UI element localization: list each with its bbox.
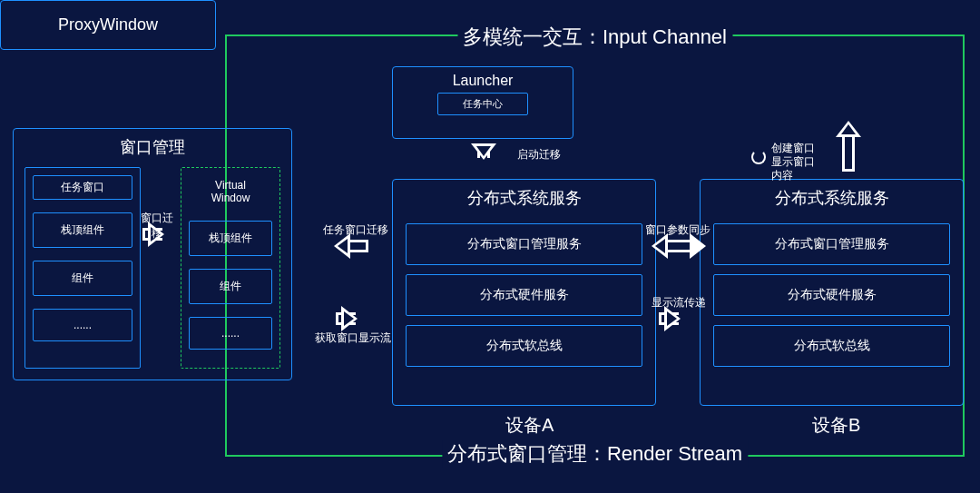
dss-a-row2: 分布式硬件服务 [406,274,642,316]
launcher-title: Launcher [393,67,573,91]
dss-a-title: 分布式系统服务 [393,180,655,214]
device-b-label: 设备B [812,413,860,438]
task-window-column: 任务窗口 栈顶组件 组件 ...... [24,167,141,369]
top-component: 栈顶组件 [33,212,132,248]
vw-top-component: 栈顶组件 [189,221,272,256]
window-param-sync-label: 窗口参数同步 [645,222,710,238]
launcher-panel: Launcher 任务中心 [392,66,573,139]
task-center-box: 任务中心 [437,93,528,115]
proxy-window-box: ProxyWindow [0,0,216,50]
dss-b-row2: 分布式硬件服务 [713,274,950,316]
render-stream-pass-arrow [659,312,679,325]
proxy-up-arrow [842,123,855,172]
task-window-migrate-label: 任务窗口迁移 [323,222,388,238]
virtual-window-column: Virtual Window 栈顶组件 组件 ...... [181,167,280,369]
dss-b-title: 分布式系统服务 [701,180,963,214]
get-render-stream-label: 获取窗口显示流 [314,330,391,346]
virtual-window-header: Virtual Window [189,175,272,208]
task-window-migrate-arrow [336,240,368,252]
window-migrate-label: 窗口迁移 [139,211,175,242]
dss-b-panel: 分布式系统服务 分布式窗口管理服务 分布式硬件服务 分布式软总线 [700,179,964,406]
render-stream-arrow-1 [336,312,356,325]
launch-migrate-label: 启动迁移 [517,147,561,163]
frame-bottom-title: 分布式窗口管理：Render Stream [442,440,748,468]
proxy-note: 创建窗口 显示窗口 内容 [771,142,815,182]
dss-a-row1: 分布式窗口管理服务 [406,223,642,265]
dots: ...... [33,309,132,341]
task-window-header: 任务窗口 [33,175,132,200]
vw-dots: ...... [189,317,272,350]
render-stream-pass-label: 显示流传递 [652,295,706,311]
spiral-icon [751,150,766,164]
launch-migrate-arrow [477,143,490,158]
dss-a-row3: 分布式软总线 [406,325,642,367]
frame-top-title: 多模统一交互：Input Channel [457,24,732,51]
device-a-label: 设备A [505,413,554,438]
dss-b-row3: 分布式软总线 [713,325,950,367]
window-param-sync-arrow [653,240,704,252]
wm-title: 窗口管理 [14,129,291,163]
dss-a-panel: 分布式系统服务 分布式窗口管理服务 分布式硬件服务 分布式软总线 [392,179,656,406]
window-management-panel: 窗口管理 任务窗口 栈顶组件 组件 ...... Virtual Window … [13,128,292,380]
component: 组件 [33,261,132,296]
vw-component: 组件 [189,269,272,304]
dss-b-row1: 分布式窗口管理服务 [713,223,950,265]
